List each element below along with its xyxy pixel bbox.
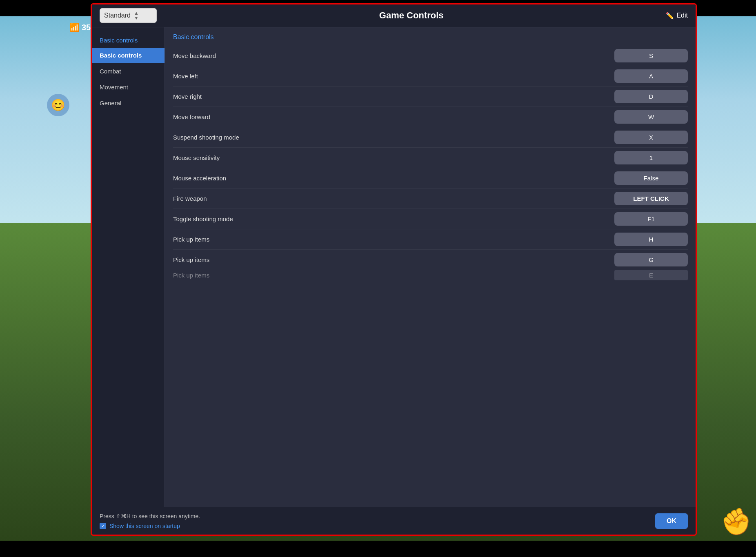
sidebar-item-movement[interactable]: Movement	[91, 80, 165, 95]
sidebar-section-header: Basic controls	[91, 33, 165, 47]
emoji-face: 😊	[47, 94, 69, 116]
table-row: Move rightD	[173, 87, 688, 107]
preset-arrows: ▲ ▼	[134, 11, 139, 20]
table-row: Pick up itemsH	[173, 229, 688, 250]
pencil-icon: ✏️	[666, 12, 674, 20]
footer-checkbox-row: ✓ Show this screen on startup	[100, 523, 200, 529]
key-badge[interactable]: E	[614, 270, 688, 280]
sidebar-item-general[interactable]: General	[91, 95, 165, 111]
control-label: Move left	[173, 73, 198, 80]
startup-checkbox[interactable]: ✓	[100, 523, 106, 529]
sidebar-item-label-0: Basic controls	[100, 52, 142, 59]
table-row: Move forwardW	[173, 107, 688, 127]
control-label: Toggle shooting mode	[173, 215, 233, 222]
table-row: Suspend shooting modeX	[173, 127, 688, 148]
sidebar-item-combat[interactable]: Combat	[91, 64, 165, 79]
footer-hint: Press ⇧⌘H to see this screen anytime.	[100, 513, 200, 519]
dialog-title: Game Controls	[157, 10, 666, 21]
preset-value: Standard	[104, 12, 131, 19]
control-label: Mouse acceleration	[173, 175, 226, 182]
edit-label: Edit	[676, 12, 688, 19]
ok-button[interactable]: OK	[655, 513, 688, 529]
footer-left: Press ⇧⌘H to see this screen anytime. ✓ …	[100, 513, 200, 529]
key-badge[interactable]: S	[614, 49, 688, 62]
edit-button[interactable]: ✏️ Edit	[666, 12, 688, 20]
sidebar-item-label-2: Movement	[100, 84, 128, 91]
table-row: Pick up itemsG	[173, 250, 688, 270]
black-bar-bottom	[0, 541, 756, 557]
table-row: Move backwardS	[173, 46, 688, 66]
key-badge[interactable]: D	[614, 90, 688, 103]
sidebar-item-label-3: General	[100, 100, 121, 107]
signal-indicator: 📶 35	[69, 22, 91, 32]
key-badge[interactable]: 1	[614, 151, 688, 164]
table-row: Toggle shooting modeF1	[173, 209, 688, 229]
startup-checkbox-label[interactable]: Show this screen on startup	[109, 523, 180, 529]
control-label: Pick up items	[173, 256, 209, 263]
controls-list: Move backwardSMove leftAMove rightDMove …	[173, 46, 688, 280]
key-badge[interactable]: G	[614, 253, 688, 266]
control-label: Pick up items	[173, 236, 209, 243]
key-badge[interactable]: LEFT CLICK	[614, 192, 688, 205]
control-label: Pick up items	[173, 272, 209, 279]
game-controls-dialog: Standard ▲ ▼ Game Controls ✏️ Edit Basic…	[91, 4, 696, 535]
control-label: Move forward	[173, 113, 210, 120]
key-badge[interactable]: W	[614, 110, 688, 124]
dialog-header: Standard ▲ ▼ Game Controls ✏️ Edit	[91, 4, 696, 27]
table-row: Fire weaponLEFT CLICK	[173, 189, 688, 209]
table-row: Mouse accelerationFalse	[173, 168, 688, 189]
control-label: Move backward	[173, 52, 216, 59]
key-badge[interactable]: A	[614, 69, 688, 83]
sidebar-item-basic-controls[interactable]: Basic controls	[91, 48, 165, 63]
key-badge[interactable]: F1	[614, 212, 688, 226]
key-badge[interactable]: False	[614, 171, 688, 185]
preset-selector[interactable]: Standard ▲ ▼	[100, 8, 157, 23]
signal-value: 35	[82, 23, 91, 32]
wifi-icon: 📶	[69, 22, 80, 32]
sidebar: Basic controls Basic controls Combat Mov…	[91, 27, 165, 507]
control-label: Suspend shooting mode	[173, 134, 239, 141]
key-badge[interactable]: H	[614, 233, 688, 246]
controls-section-title: Basic controls	[173, 33, 688, 41]
control-label: Mouse sensitivity	[173, 154, 220, 161]
dialog-footer: Press ⇧⌘H to see this screen anytime. ✓ …	[91, 507, 696, 535]
control-label: Fire weapon	[173, 195, 207, 202]
controls-content: Basic controls Move backwardSMove leftAM…	[165, 27, 696, 507]
sidebar-item-label-1: Combat	[100, 68, 121, 75]
table-row: Move leftA	[173, 66, 688, 87]
dialog-body: Basic controls Basic controls Combat Mov…	[91, 27, 696, 507]
table-row: Pick up itemsE	[173, 270, 688, 280]
table-row: Mouse sensitivity1	[173, 148, 688, 168]
control-label: Move right	[173, 93, 202, 100]
key-badge[interactable]: X	[614, 131, 688, 144]
